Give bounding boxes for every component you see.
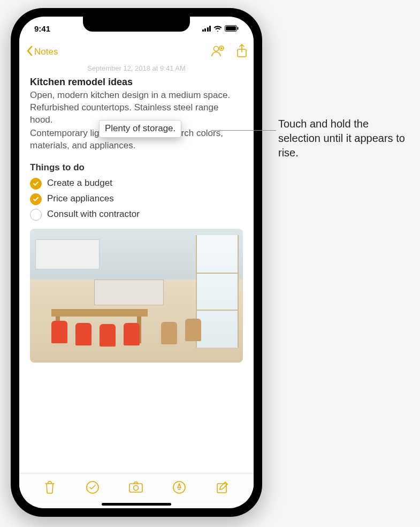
back-button[interactable]: Notes [26,46,58,59]
checkmark-circle-icon[interactable] [30,193,42,205]
note-title: Kitchen remodel ideas [30,76,243,88]
note-content[interactable]: September 12, 2018 at 9:41 AM Kitchen re… [19,64,254,363]
empty-circle-icon[interactable] [30,209,42,221]
status-icons [202,24,239,33]
checklist-item[interactable]: Consult with contractor [30,207,243,222]
checklist-item-label: Price appliances [47,193,114,205]
note-body-before: Open, modern kitchen design in a medium … [30,90,230,125]
markup-button[interactable] [172,480,186,496]
battery-icon [225,24,239,33]
phone-screen: 9:41 Notes [19,17,254,508]
phone-frame: 9:41 Notes [11,8,262,517]
share-button[interactable] [236,44,247,60]
back-label: Notes [34,47,58,57]
nav-bar: Notes [19,40,254,64]
svg-point-3 [214,47,219,51]
floating-text: Plenty of storage. [105,123,175,133]
trash-button[interactable] [43,480,56,496]
cellular-signal-icon [202,26,211,32]
floating-text-selection[interactable]: Plenty of storage. [99,120,181,138]
callout-leader-line [211,130,276,131]
checklist-item[interactable]: Price appliances [30,191,243,207]
svg-rect-2 [238,27,239,29]
wifi-icon [213,24,222,33]
checklist-button[interactable] [86,480,100,496]
bottom-toolbar [19,473,254,503]
svg-rect-1 [226,26,236,31]
compose-button[interactable] [216,480,230,496]
checklist-item-label: Create a budget [47,177,112,190]
chevron-left-icon [26,46,33,59]
checklist-title: Things to do [30,162,243,174]
svg-point-8 [133,485,138,490]
note-attached-image[interactable] [30,229,243,363]
collaborate-button[interactable] [211,44,225,59]
callout-text: Touch and hold the selection until it ap… [278,117,409,160]
svg-rect-7 [129,484,142,492]
home-indicator[interactable] [102,503,171,506]
note-date: September 12, 2018 at 9:41 AM [30,64,243,73]
checklist-item-label: Consult with contractor [47,208,140,221]
status-time: 9:41 [34,24,50,33]
camera-button[interactable] [128,481,143,495]
checklist: Create a budget Price appliances Consult… [30,176,243,222]
checklist-item[interactable]: Create a budget [30,176,243,191]
checkmark-circle-icon[interactable] [30,178,42,190]
notch [83,17,190,32]
